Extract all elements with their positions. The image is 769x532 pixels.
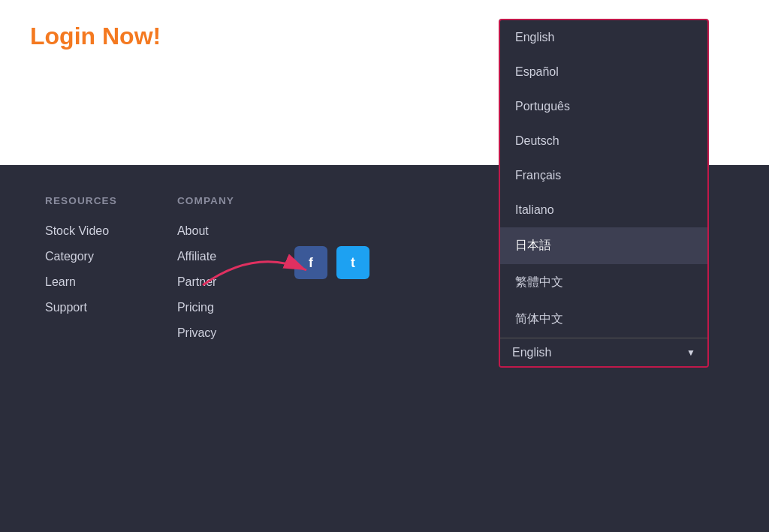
- language-item-english[interactable]: English: [500, 20, 707, 55]
- language-dropdown-container[interactable]: English Español Português Deutsch França…: [499, 19, 709, 368]
- footer-section: English Español Português Deutsch França…: [0, 165, 769, 532]
- language-item-francais[interactable]: Français: [500, 158, 707, 193]
- resources-heading: RESOURCES: [45, 195, 117, 206]
- company-heading: COMPANY: [177, 195, 234, 206]
- language-item-espanol[interactable]: Español: [500, 55, 707, 89]
- about-link[interactable]: About: [177, 224, 209, 237]
- language-item-simplified-chinese[interactable]: 简体中文: [500, 301, 707, 338]
- language-item-traditional-chinese[interactable]: 繁體中文: [500, 264, 707, 301]
- annotation-arrow: [195, 248, 315, 296]
- privacy-link[interactable]: Privacy: [177, 326, 216, 339]
- stock-video-link[interactable]: Stock Video: [45, 224, 109, 237]
- learn-link[interactable]: Learn: [45, 275, 76, 288]
- language-item-italiano[interactable]: Italiano: [500, 193, 707, 227]
- pricing-link[interactable]: Pricing: [177, 301, 214, 314]
- list-item[interactable]: About: [177, 224, 234, 238]
- language-select-bar[interactable]: English Español Português Deutsch França…: [500, 338, 707, 366]
- twitter-button[interactable]: t: [336, 246, 369, 279]
- category-link[interactable]: Category: [45, 250, 94, 263]
- language-item-japanese[interactable]: 日本語: [500, 227, 707, 264]
- language-item-portugues[interactable]: Português: [500, 89, 707, 124]
- login-now-link[interactable]: Login Now!: [30, 23, 161, 50]
- list-item[interactable]: Support: [45, 301, 117, 314]
- resources-column: RESOURCES Stock Video Category Learn Sup…: [45, 195, 117, 352]
- dropdown-arrow-icon: ▼: [686, 347, 695, 358]
- language-select[interactable]: English Español Português Deutsch França…: [512, 346, 680, 359]
- list-item[interactable]: Pricing: [177, 301, 234, 314]
- resources-list: Stock Video Category Learn Support: [45, 224, 117, 314]
- list-item[interactable]: Learn: [45, 275, 117, 289]
- support-link[interactable]: Support: [45, 301, 87, 314]
- language-list: English Español Português Deutsch França…: [499, 19, 709, 368]
- list-item[interactable]: Category: [45, 250, 117, 263]
- list-item[interactable]: Privacy: [177, 326, 234, 340]
- list-item[interactable]: Stock Video: [45, 224, 117, 238]
- language-item-deutsch[interactable]: Deutsch: [500, 124, 707, 158]
